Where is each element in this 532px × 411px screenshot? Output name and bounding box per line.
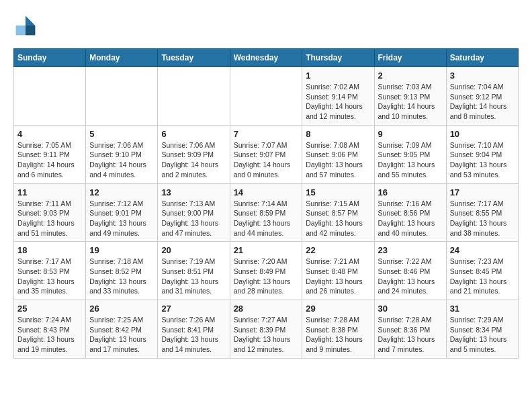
day-cell: 13Sunrise: 7:13 AMSunset: 9:00 PMDayligh… <box>158 183 230 242</box>
day-cell: 14Sunrise: 7:14 AMSunset: 8:59 PMDayligh… <box>230 183 302 242</box>
page-header <box>13 13 519 38</box>
day-number: 26 <box>89 304 154 314</box>
day-number: 17 <box>450 187 515 197</box>
day-number: 7 <box>234 129 299 139</box>
day-cell: 25Sunrise: 7:24 AMSunset: 8:43 PMDayligh… <box>14 300 86 359</box>
day-cell <box>230 67 302 126</box>
day-number: 9 <box>378 129 443 139</box>
day-cell: 29Sunrise: 7:28 AMSunset: 8:38 PMDayligh… <box>302 300 374 359</box>
day-number: 18 <box>17 245 82 255</box>
svg-marker-0 <box>26 16 35 26</box>
header-row: SundayMondayTuesdayWednesdayThursdayFrid… <box>14 49 519 67</box>
day-info: Sunrise: 7:23 AMSunset: 8:45 PMDaylight:… <box>450 257 515 296</box>
day-info: Sunrise: 7:07 AMSunset: 9:07 PMDaylight:… <box>234 140 299 180</box>
day-cell: 1Sunrise: 7:02 AMSunset: 9:14 PMDaylight… <box>302 67 374 126</box>
day-info: Sunrise: 7:18 AMSunset: 8:52 PMDaylight:… <box>89 257 154 296</box>
day-number: 3 <box>450 71 515 81</box>
day-cell: 6Sunrise: 7:06 AMSunset: 9:09 PMDaylight… <box>158 125 230 183</box>
day-info: Sunrise: 7:27 AMSunset: 8:39 PMDaylight:… <box>234 315 299 355</box>
day-number: 6 <box>161 129 226 139</box>
day-info: Sunrise: 7:28 AMSunset: 8:36 PMDaylight:… <box>378 315 443 355</box>
day-info: Sunrise: 7:17 AMSunset: 8:53 PMDaylight:… <box>17 257 82 296</box>
day-info: Sunrise: 7:17 AMSunset: 8:55 PMDaylight:… <box>450 199 515 238</box>
day-number: 24 <box>450 245 515 255</box>
day-cell: 20Sunrise: 7:19 AMSunset: 8:51 PMDayligh… <box>158 242 230 300</box>
day-info: Sunrise: 7:21 AMSunset: 8:48 PMDaylight:… <box>306 257 370 296</box>
day-cell: 10Sunrise: 7:10 AMSunset: 9:04 PMDayligh… <box>446 125 518 183</box>
day-info: Sunrise: 7:05 AMSunset: 9:11 PMDaylight:… <box>17 140 82 180</box>
day-cell: 2Sunrise: 7:03 AMSunset: 9:13 PMDaylight… <box>374 67 446 126</box>
day-number: 11 <box>17 187 82 197</box>
day-info: Sunrise: 7:16 AMSunset: 8:56 PMDaylight:… <box>378 199 443 238</box>
day-cell <box>158 67 230 126</box>
day-cell: 5Sunrise: 7:06 AMSunset: 9:10 PMDaylight… <box>86 125 158 183</box>
header-thursday: Thursday <box>302 49 374 67</box>
day-info: Sunrise: 7:19 AMSunset: 8:51 PMDaylight:… <box>161 257 226 296</box>
day-info: Sunrise: 7:14 AMSunset: 8:59 PMDaylight:… <box>234 199 299 238</box>
day-cell: 8Sunrise: 7:08 AMSunset: 9:06 PMDaylight… <box>302 125 374 183</box>
day-cell: 9Sunrise: 7:09 AMSunset: 9:05 PMDaylight… <box>374 125 446 183</box>
day-cell: 28Sunrise: 7:27 AMSunset: 8:39 PMDayligh… <box>230 300 302 359</box>
day-number: 25 <box>17 304 82 314</box>
day-number: 15 <box>306 187 370 197</box>
day-cell: 31Sunrise: 7:29 AMSunset: 8:34 PMDayligh… <box>446 300 518 359</box>
day-cell: 7Sunrise: 7:07 AMSunset: 9:07 PMDaylight… <box>230 125 302 183</box>
day-number: 5 <box>89 129 154 139</box>
week-row-2: 4Sunrise: 7:05 AMSunset: 9:11 PMDaylight… <box>14 125 519 183</box>
day-info: Sunrise: 7:08 AMSunset: 9:06 PMDaylight:… <box>306 140 370 180</box>
day-cell: 27Sunrise: 7:26 AMSunset: 8:41 PMDayligh… <box>158 300 230 359</box>
day-number: 29 <box>306 304 370 314</box>
week-row-3: 11Sunrise: 7:11 AMSunset: 9:03 PMDayligh… <box>14 183 519 242</box>
day-cell: 26Sunrise: 7:25 AMSunset: 8:42 PMDayligh… <box>86 300 158 359</box>
calendar-table: SundayMondayTuesdayWednesdayThursdayFrid… <box>13 48 519 359</box>
day-info: Sunrise: 7:02 AMSunset: 9:14 PMDaylight:… <box>306 82 370 122</box>
day-info: Sunrise: 7:06 AMSunset: 9:10 PMDaylight:… <box>89 140 154 180</box>
day-number: 30 <box>378 304 443 314</box>
day-number: 21 <box>234 245 299 255</box>
day-info: Sunrise: 7:06 AMSunset: 9:09 PMDaylight:… <box>161 140 226 180</box>
day-cell: 12Sunrise: 7:12 AMSunset: 9:01 PMDayligh… <box>86 183 158 242</box>
header-wednesday: Wednesday <box>230 49 302 67</box>
day-number: 22 <box>306 245 370 255</box>
svg-marker-1 <box>26 26 35 35</box>
day-info: Sunrise: 7:09 AMSunset: 9:05 PMDaylight:… <box>378 140 443 180</box>
day-cell: 17Sunrise: 7:17 AMSunset: 8:55 PMDayligh… <box>446 183 518 242</box>
day-number: 10 <box>450 129 515 139</box>
day-number: 13 <box>161 187 226 197</box>
day-info: Sunrise: 7:10 AMSunset: 9:04 PMDaylight:… <box>450 140 515 180</box>
day-info: Sunrise: 7:03 AMSunset: 9:13 PMDaylight:… <box>378 82 443 122</box>
day-cell: 24Sunrise: 7:23 AMSunset: 8:45 PMDayligh… <box>446 242 518 300</box>
header-sunday: Sunday <box>14 49 86 67</box>
day-number: 14 <box>234 187 299 197</box>
day-cell: 18Sunrise: 7:17 AMSunset: 8:53 PMDayligh… <box>14 242 86 300</box>
day-number: 31 <box>450 304 515 314</box>
day-number: 20 <box>161 245 226 255</box>
week-row-5: 25Sunrise: 7:24 AMSunset: 8:43 PMDayligh… <box>14 300 519 359</box>
day-info: Sunrise: 7:28 AMSunset: 8:38 PMDaylight:… <box>306 315 370 355</box>
header-saturday: Saturday <box>446 49 518 67</box>
day-number: 27 <box>161 304 226 314</box>
day-cell: 22Sunrise: 7:21 AMSunset: 8:48 PMDayligh… <box>302 242 374 300</box>
day-number: 23 <box>378 245 443 255</box>
day-info: Sunrise: 7:20 AMSunset: 8:49 PMDaylight:… <box>234 257 299 296</box>
day-info: Sunrise: 7:25 AMSunset: 8:42 PMDaylight:… <box>89 315 154 355</box>
day-cell: 23Sunrise: 7:22 AMSunset: 8:46 PMDayligh… <box>374 242 446 300</box>
day-cell: 16Sunrise: 7:16 AMSunset: 8:56 PMDayligh… <box>374 183 446 242</box>
day-number: 28 <box>234 304 299 314</box>
day-number: 12 <box>89 187 154 197</box>
day-cell <box>86 67 158 126</box>
day-cell <box>14 67 86 126</box>
day-cell: 15Sunrise: 7:15 AMSunset: 8:57 PMDayligh… <box>302 183 374 242</box>
day-cell: 30Sunrise: 7:28 AMSunset: 8:36 PMDayligh… <box>374 300 446 359</box>
header-friday: Friday <box>374 49 446 67</box>
day-cell: 19Sunrise: 7:18 AMSunset: 8:52 PMDayligh… <box>86 242 158 300</box>
week-row-1: 1Sunrise: 7:02 AMSunset: 9:14 PMDaylight… <box>14 67 519 126</box>
day-number: 1 <box>306 71 370 81</box>
day-info: Sunrise: 7:04 AMSunset: 9:12 PMDaylight:… <box>450 82 515 122</box>
header-tuesday: Tuesday <box>158 49 230 67</box>
day-cell: 11Sunrise: 7:11 AMSunset: 9:03 PMDayligh… <box>14 183 86 242</box>
day-number: 19 <box>89 245 154 255</box>
day-info: Sunrise: 7:15 AMSunset: 8:57 PMDaylight:… <box>306 199 370 238</box>
day-info: Sunrise: 7:13 AMSunset: 9:00 PMDaylight:… <box>161 199 226 238</box>
day-number: 8 <box>306 129 370 139</box>
